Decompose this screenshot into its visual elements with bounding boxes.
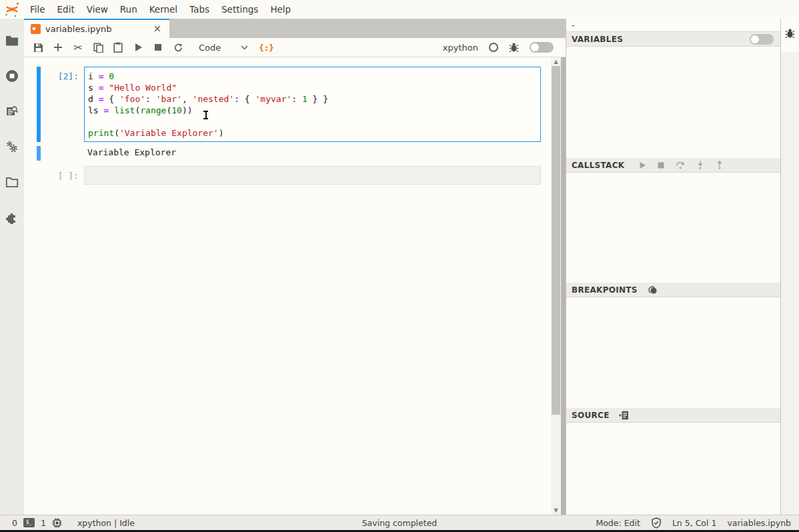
open-source-icon[interactable] (619, 411, 629, 420)
kernel-chip-icon[interactable] (52, 518, 62, 528)
kernels-count[interactable]: 1 (41, 518, 46, 528)
variables-section-header[interactable]: VARIABLES (566, 32, 780, 47)
chevron-down-icon[interactable] (241, 45, 248, 50)
stop-icon[interactable] (148, 39, 168, 56)
callstack-section-header[interactable]: CALLSTACK (566, 158, 780, 173)
terminal-icon[interactable]: $_ (23, 518, 35, 527)
menu-view[interactable]: View (81, 0, 114, 19)
empty-cell-editor[interactable] (84, 166, 541, 185)
left-activity-bar (0, 19, 24, 515)
step-out-icon[interactable] (716, 161, 724, 169)
source-label: SOURCE (572, 411, 610, 420)
tab-close-icon[interactable]: × (151, 24, 163, 34)
scrollbar-thumb[interactable] (552, 66, 560, 415)
output-collapser[interactable] (37, 146, 41, 161)
inspector-icon[interactable] (0, 93, 24, 129)
cell-output-text: Variable Explorer (87, 147, 176, 157)
variables-label: VARIABLES (572, 35, 623, 44)
source-section-header[interactable]: SOURCE (566, 408, 780, 423)
cut-icon[interactable]: ✂ (68, 39, 88, 56)
cell-type-dropdown[interactable]: Code (199, 43, 221, 53)
menu-settings[interactable]: Settings (215, 0, 264, 19)
scroll-down-icon[interactable]: ▼ (551, 506, 561, 515)
breakpoints-label: BREAKPOINTS (572, 285, 638, 295)
notebook-content: [2]: i = 0s = "Hello World"d = { 'foo': … (24, 57, 566, 515)
terminals-count[interactable]: 0 (12, 518, 17, 528)
close-all-breakpoints-icon[interactable] (647, 285, 658, 295)
terminate-icon[interactable] (658, 162, 664, 169)
menu-run[interactable]: Run (114, 0, 143, 19)
file-browser-icon[interactable] (0, 23, 24, 58)
menu-help[interactable]: Help (264, 0, 297, 19)
tab-title: variables.ipynb (45, 24, 111, 34)
code-line[interactable]: d = { 'foo': 'bar', 'nested': { 'myvar':… (88, 93, 537, 105)
status-bar: 0 $_ 1 xpython | Idle Saving completed M… (0, 515, 799, 532)
menu-edit[interactable]: Edit (51, 0, 81, 19)
callstack-section-body (566, 173, 780, 283)
running-sessions-icon[interactable] (0, 58, 24, 93)
save-icon[interactable] (28, 39, 48, 56)
source-section-body (566, 423, 780, 515)
debugger-panel-title: - (566, 19, 780, 32)
active-cell-indicator[interactable] (37, 67, 41, 142)
cursor-position[interactable]: Ln 5, Col 1 (672, 518, 717, 528)
notebook-toolbar: ✂ Code {:} xpython (24, 38, 566, 57)
scroll-up-icon[interactable]: ▲ (551, 57, 561, 66)
jupyter-logo-icon (0, 0, 24, 19)
menu-tabs[interactable]: Tabs (183, 0, 215, 19)
kernel-status-text[interactable]: xpython | Idle (77, 518, 135, 528)
copy-icon[interactable] (88, 39, 108, 56)
menu-kernel[interactable]: Kernel (143, 0, 183, 19)
code-line[interactable]: i = 0 (88, 71, 537, 82)
restart-icon[interactable] (168, 39, 188, 56)
empty-cell-prompt: [ ]: (48, 171, 79, 181)
debugger-tab-icon[interactable] (781, 19, 799, 52)
notebook-file-icon (31, 24, 41, 34)
code-format-icon[interactable]: {:} (259, 43, 274, 53)
menu-file[interactable]: File (24, 0, 51, 19)
panel-split-handle[interactable] (561, 57, 566, 515)
kernel-status-circle-icon[interactable] (489, 43, 498, 52)
cell-input-prompt: [2]: (48, 71, 79, 81)
breakpoints-section-header[interactable]: BREAKPOINTS (566, 283, 780, 297)
breakpoints-section-body (566, 297, 780, 408)
paste-icon[interactable] (108, 39, 128, 56)
variables-view-toggle[interactable] (750, 34, 774, 45)
code-cell-editor[interactable]: i = 0s = "Hello World"d = { 'foo': 'bar'… (84, 67, 541, 142)
kernel-name[interactable]: xpython (443, 43, 478, 53)
code-line[interactable]: ls = list(range(10)) (88, 105, 537, 116)
debugger-panel: - VARIABLES CALLSTACK BREAKPOINTS (566, 19, 780, 515)
trust-shield-icon[interactable] (651, 517, 662, 529)
run-icon[interactable] (128, 39, 148, 56)
continue-icon[interactable] (639, 161, 646, 169)
workspace-folder-icon[interactable] (0, 164, 24, 199)
statusbar-filename[interactable]: variables.ipynb (727, 518, 791, 528)
add-cell-icon[interactable] (48, 39, 68, 56)
debug-toggle[interactable] (530, 42, 554, 53)
main-area: variables.ipynb × ✂ Code {:} (24, 19, 566, 515)
tab-bar: variables.ipynb × (24, 19, 566, 38)
bug-icon[interactable] (509, 42, 519, 53)
variables-section-body (566, 47, 780, 158)
step-over-icon[interactable] (676, 161, 685, 169)
extensions-puzzle-icon[interactable] (0, 199, 24, 235)
callstack-label: CALLSTACK (572, 161, 624, 170)
property-gears-icon[interactable] (0, 129, 24, 164)
tab-variables-ipynb[interactable]: variables.ipynb × (24, 19, 169, 38)
code-line[interactable]: print('Variable Explorer') (88, 127, 537, 139)
menubar: File Edit View Run Kernel Tabs Settings … (0, 0, 799, 19)
code-line[interactable] (88, 116, 537, 127)
right-activity-bar (780, 19, 799, 515)
notebook-mode[interactable]: Mode: Edit (596, 518, 640, 528)
notebook-scrollbar[interactable]: ▲ ▼ (551, 57, 561, 515)
code-line[interactable]: s = "Hello World" (88, 82, 537, 93)
step-in-icon[interactable] (696, 161, 704, 169)
